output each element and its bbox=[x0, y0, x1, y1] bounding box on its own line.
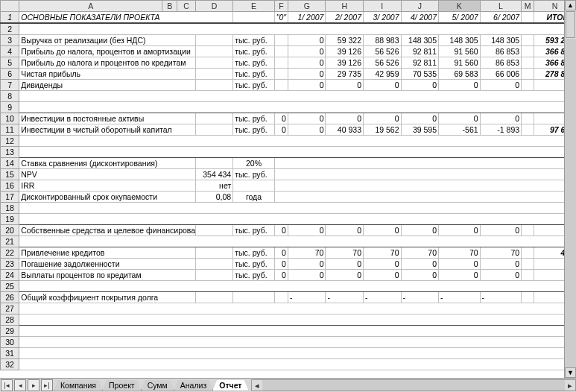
col-G[interactable]: G bbox=[288, 1, 326, 12]
cell[interactable] bbox=[195, 35, 233, 46]
row-15[interactable]: 15 bbox=[1, 169, 19, 180]
cell[interactable]: 42 959 bbox=[363, 69, 401, 80]
cell[interactable]: 0 bbox=[439, 225, 481, 236]
scroll-down-icon[interactable]: ▼ bbox=[565, 367, 576, 378]
row-10[interactable]: 10 bbox=[1, 113, 19, 124]
cell[interactable] bbox=[195, 124, 233, 136]
cell[interactable]: 39 126 bbox=[326, 57, 364, 69]
cell[interactable]: 0 bbox=[363, 225, 401, 236]
cell[interactable] bbox=[274, 292, 288, 303]
cell[interactable]: 0 bbox=[401, 259, 439, 270]
cell[interactable]: 0 bbox=[274, 247, 288, 259]
cell[interactable] bbox=[195, 80, 233, 91]
row-11[interactable]: 11 bbox=[1, 124, 19, 136]
cell[interactable]: 70 bbox=[480, 247, 522, 259]
cell[interactable] bbox=[19, 359, 576, 370]
cell[interactable]: 0 bbox=[288, 270, 326, 281]
cell[interactable] bbox=[195, 225, 233, 236]
cell[interactable]: 0 bbox=[288, 35, 326, 46]
cell[interactable] bbox=[274, 169, 575, 180]
col-A[interactable]: A bbox=[19, 1, 162, 12]
cell[interactable]: 39 126 bbox=[326, 46, 364, 57]
cell[interactable] bbox=[19, 136, 576, 147]
cell[interactable]: 0 bbox=[288, 113, 326, 124]
scroll-track[interactable] bbox=[565, 39, 576, 367]
cell[interactable] bbox=[195, 259, 233, 270]
row-16[interactable]: 16 bbox=[1, 180, 19, 192]
cell[interactable]: 0 bbox=[480, 259, 522, 270]
cell[interactable] bbox=[522, 80, 534, 91]
cell[interactable]: 0 bbox=[480, 270, 522, 281]
cell[interactable] bbox=[195, 247, 233, 259]
scroll-left-icon[interactable]: ◂ bbox=[252, 381, 262, 390]
cell[interactable]: 91 560 bbox=[439, 46, 481, 57]
spreadsheet-grid[interactable]: A B C D E F G H I J K L M N 1 ОСНОВНЫЕ П… bbox=[0, 0, 576, 370]
cell[interactable]: 0 bbox=[326, 80, 364, 91]
tab-project[interactable]: Проект bbox=[102, 380, 142, 391]
cell[interactable] bbox=[233, 12, 275, 24]
cell[interactable] bbox=[522, 69, 534, 80]
cell[interactable]: 0 bbox=[439, 270, 481, 281]
row-19[interactable]: 19 bbox=[1, 214, 19, 225]
cell[interactable] bbox=[195, 69, 233, 80]
cell[interactable] bbox=[19, 214, 576, 225]
cell[interactable]: 39 595 bbox=[401, 124, 439, 136]
cell[interactable]: 0 bbox=[480, 113, 522, 124]
cell[interactable] bbox=[19, 91, 576, 102]
cell[interactable]: 148 305 bbox=[401, 35, 439, 46]
cell[interactable]: 148 305 bbox=[480, 35, 522, 46]
cell[interactable]: 0 bbox=[480, 80, 522, 91]
cell[interactable]: 70 bbox=[401, 247, 439, 259]
cell[interactable]: 92 811 bbox=[401, 46, 439, 57]
cell[interactable]: 0 bbox=[326, 113, 364, 124]
cell[interactable]: 69 583 bbox=[439, 69, 481, 80]
tab-nav-prev-icon[interactable]: ◂ bbox=[14, 379, 26, 391]
cell[interactable]: 0 bbox=[274, 124, 288, 136]
cell[interactable] bbox=[274, 180, 575, 192]
row-13[interactable]: 13 bbox=[1, 147, 19, 158]
cell[interactable]: 56 526 bbox=[363, 57, 401, 69]
cell[interactable]: 0 bbox=[439, 113, 481, 124]
cell[interactable]: 88 983 bbox=[363, 35, 401, 46]
cell[interactable] bbox=[274, 192, 575, 203]
cell[interactable]: 0 bbox=[326, 225, 364, 236]
row-2[interactable]: 2 bbox=[1, 23, 19, 35]
cell[interactable]: - bbox=[480, 292, 522, 303]
cell[interactable]: - bbox=[439, 292, 481, 303]
row-26[interactable]: 26 bbox=[1, 292, 19, 303]
tab-summary[interactable]: Сумм bbox=[141, 380, 174, 391]
row-4[interactable]: 4 bbox=[1, 46, 19, 57]
tab-report[interactable]: Отчет bbox=[212, 380, 248, 391]
row-8[interactable]: 8 bbox=[1, 91, 19, 102]
cell[interactable] bbox=[195, 113, 233, 124]
row-12[interactable]: 12 bbox=[1, 136, 19, 147]
cell[interactable]: 0 bbox=[363, 113, 401, 124]
cell[interactable] bbox=[195, 158, 233, 169]
cell[interactable]: -561 bbox=[439, 124, 481, 136]
cell[interactable] bbox=[522, 35, 534, 46]
cell[interactable] bbox=[19, 147, 576, 158]
row-27[interactable]: 27 bbox=[1, 303, 19, 314]
hscroll-track[interactable] bbox=[262, 380, 565, 391]
select-all-corner[interactable] bbox=[1, 1, 19, 12]
cell[interactable] bbox=[522, 124, 534, 136]
row-18[interactable]: 18 bbox=[1, 203, 19, 214]
cell[interactable] bbox=[522, 46, 534, 57]
cell[interactable]: 56 526 bbox=[363, 46, 401, 57]
cell[interactable] bbox=[19, 203, 576, 214]
row-14[interactable]: 14 bbox=[1, 158, 19, 169]
cell[interactable]: 0 bbox=[480, 225, 522, 236]
row-20[interactable]: 20 bbox=[1, 225, 19, 236]
col-I[interactable]: I bbox=[363, 1, 401, 12]
cell[interactable]: 86 853 bbox=[480, 57, 522, 69]
cell[interactable]: 0 bbox=[401, 225, 439, 236]
cell[interactable]: 59 322 bbox=[326, 35, 364, 46]
row-30[interactable]: 30 bbox=[1, 337, 19, 348]
row-21[interactable]: 21 bbox=[1, 236, 19, 247]
cell[interactable] bbox=[195, 46, 233, 57]
row-5[interactable]: 5 bbox=[1, 57, 19, 69]
cell[interactable]: 29 735 bbox=[326, 69, 364, 80]
cell[interactable] bbox=[195, 292, 233, 303]
col-H[interactable]: H bbox=[326, 1, 364, 12]
cell[interactable] bbox=[522, 225, 534, 236]
